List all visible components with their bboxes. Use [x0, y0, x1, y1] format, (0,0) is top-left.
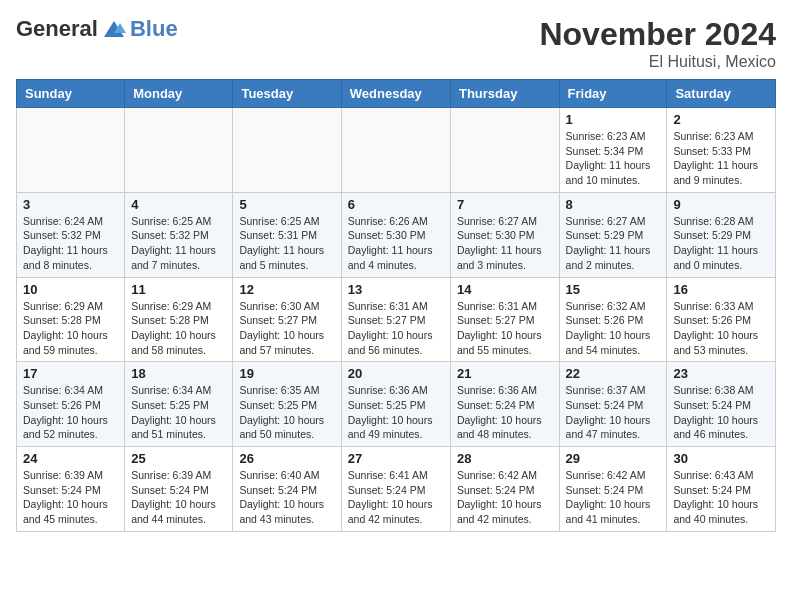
day-number: 26: [239, 451, 334, 466]
day-info: Sunrise: 6:27 AM Sunset: 5:29 PM Dayligh…: [566, 214, 661, 273]
calendar-table: SundayMondayTuesdayWednesdayThursdayFrid…: [16, 79, 776, 532]
day-number: 29: [566, 451, 661, 466]
calendar-day-cell: [341, 108, 450, 193]
calendar-day-cell: 7Sunrise: 6:27 AM Sunset: 5:30 PM Daylig…: [450, 192, 559, 277]
day-info: Sunrise: 6:29 AM Sunset: 5:28 PM Dayligh…: [23, 299, 118, 358]
calendar-week-row: 3Sunrise: 6:24 AM Sunset: 5:32 PM Daylig…: [17, 192, 776, 277]
calendar-day-header: Monday: [125, 80, 233, 108]
day-number: 5: [239, 197, 334, 212]
calendar-day-header: Friday: [559, 80, 667, 108]
calendar-day-cell: 28Sunrise: 6:42 AM Sunset: 5:24 PM Dayli…: [450, 447, 559, 532]
day-info: Sunrise: 6:39 AM Sunset: 5:24 PM Dayligh…: [131, 468, 226, 527]
calendar-day-cell: 3Sunrise: 6:24 AM Sunset: 5:32 PM Daylig…: [17, 192, 125, 277]
calendar-day-cell: 14Sunrise: 6:31 AM Sunset: 5:27 PM Dayli…: [450, 277, 559, 362]
day-number: 22: [566, 366, 661, 381]
calendar-day-cell: [450, 108, 559, 193]
calendar-day-header: Tuesday: [233, 80, 341, 108]
day-number: 10: [23, 282, 118, 297]
calendar-day-cell: 29Sunrise: 6:42 AM Sunset: 5:24 PM Dayli…: [559, 447, 667, 532]
calendar-day-cell: 8Sunrise: 6:27 AM Sunset: 5:29 PM Daylig…: [559, 192, 667, 277]
day-number: 19: [239, 366, 334, 381]
calendar-day-header: Saturday: [667, 80, 776, 108]
day-number: 21: [457, 366, 553, 381]
day-number: 25: [131, 451, 226, 466]
calendar-day-cell: 30Sunrise: 6:43 AM Sunset: 5:24 PM Dayli…: [667, 447, 776, 532]
day-info: Sunrise: 6:42 AM Sunset: 5:24 PM Dayligh…: [457, 468, 553, 527]
day-number: 27: [348, 451, 444, 466]
calendar-week-row: 1Sunrise: 6:23 AM Sunset: 5:34 PM Daylig…: [17, 108, 776, 193]
day-number: 13: [348, 282, 444, 297]
day-info: Sunrise: 6:24 AM Sunset: 5:32 PM Dayligh…: [23, 214, 118, 273]
logo-blue-text: Blue: [130, 16, 178, 42]
day-info: Sunrise: 6:28 AM Sunset: 5:29 PM Dayligh…: [673, 214, 769, 273]
calendar-day-cell: 6Sunrise: 6:26 AM Sunset: 5:30 PM Daylig…: [341, 192, 450, 277]
calendar-day-cell: 21Sunrise: 6:36 AM Sunset: 5:24 PM Dayli…: [450, 362, 559, 447]
day-info: Sunrise: 6:32 AM Sunset: 5:26 PM Dayligh…: [566, 299, 661, 358]
calendar-day-cell: 1Sunrise: 6:23 AM Sunset: 5:34 PM Daylig…: [559, 108, 667, 193]
day-number: 11: [131, 282, 226, 297]
calendar-day-header: Thursday: [450, 80, 559, 108]
page-header: General Blue November 2024 El Huitusi, M…: [16, 16, 776, 71]
day-info: Sunrise: 6:36 AM Sunset: 5:24 PM Dayligh…: [457, 383, 553, 442]
day-info: Sunrise: 6:34 AM Sunset: 5:26 PM Dayligh…: [23, 383, 118, 442]
calendar-day-cell: 16Sunrise: 6:33 AM Sunset: 5:26 PM Dayli…: [667, 277, 776, 362]
day-info: Sunrise: 6:26 AM Sunset: 5:30 PM Dayligh…: [348, 214, 444, 273]
calendar-week-row: 24Sunrise: 6:39 AM Sunset: 5:24 PM Dayli…: [17, 447, 776, 532]
day-info: Sunrise: 6:31 AM Sunset: 5:27 PM Dayligh…: [457, 299, 553, 358]
logo-icon: [100, 19, 128, 39]
day-number: 23: [673, 366, 769, 381]
calendar-week-row: 10Sunrise: 6:29 AM Sunset: 5:28 PM Dayli…: [17, 277, 776, 362]
logo: General Blue: [16, 16, 178, 42]
calendar-day-cell: 15Sunrise: 6:32 AM Sunset: 5:26 PM Dayli…: [559, 277, 667, 362]
day-info: Sunrise: 6:29 AM Sunset: 5:28 PM Dayligh…: [131, 299, 226, 358]
day-info: Sunrise: 6:25 AM Sunset: 5:31 PM Dayligh…: [239, 214, 334, 273]
day-number: 14: [457, 282, 553, 297]
calendar-day-cell: 5Sunrise: 6:25 AM Sunset: 5:31 PM Daylig…: [233, 192, 341, 277]
calendar-day-cell: 10Sunrise: 6:29 AM Sunset: 5:28 PM Dayli…: [17, 277, 125, 362]
day-info: Sunrise: 6:39 AM Sunset: 5:24 PM Dayligh…: [23, 468, 118, 527]
day-number: 9: [673, 197, 769, 212]
calendar-day-cell: [17, 108, 125, 193]
day-info: Sunrise: 6:27 AM Sunset: 5:30 PM Dayligh…: [457, 214, 553, 273]
day-number: 7: [457, 197, 553, 212]
calendar-day-cell: 9Sunrise: 6:28 AM Sunset: 5:29 PM Daylig…: [667, 192, 776, 277]
day-info: Sunrise: 6:31 AM Sunset: 5:27 PM Dayligh…: [348, 299, 444, 358]
calendar-day-header: Sunday: [17, 80, 125, 108]
day-number: 18: [131, 366, 226, 381]
day-info: Sunrise: 6:40 AM Sunset: 5:24 PM Dayligh…: [239, 468, 334, 527]
day-info: Sunrise: 6:23 AM Sunset: 5:33 PM Dayligh…: [673, 129, 769, 188]
day-info: Sunrise: 6:33 AM Sunset: 5:26 PM Dayligh…: [673, 299, 769, 358]
day-number: 30: [673, 451, 769, 466]
day-number: 1: [566, 112, 661, 127]
day-info: Sunrise: 6:35 AM Sunset: 5:25 PM Dayligh…: [239, 383, 334, 442]
day-number: 4: [131, 197, 226, 212]
day-info: Sunrise: 6:25 AM Sunset: 5:32 PM Dayligh…: [131, 214, 226, 273]
calendar-day-cell: 2Sunrise: 6:23 AM Sunset: 5:33 PM Daylig…: [667, 108, 776, 193]
calendar-day-cell: [125, 108, 233, 193]
calendar-day-cell: 20Sunrise: 6:36 AM Sunset: 5:25 PM Dayli…: [341, 362, 450, 447]
day-number: 16: [673, 282, 769, 297]
calendar-day-header: Wednesday: [341, 80, 450, 108]
day-number: 12: [239, 282, 334, 297]
day-number: 2: [673, 112, 769, 127]
day-info: Sunrise: 6:42 AM Sunset: 5:24 PM Dayligh…: [566, 468, 661, 527]
day-info: Sunrise: 6:38 AM Sunset: 5:24 PM Dayligh…: [673, 383, 769, 442]
calendar-week-row: 17Sunrise: 6:34 AM Sunset: 5:26 PM Dayli…: [17, 362, 776, 447]
calendar-day-cell: 24Sunrise: 6:39 AM Sunset: 5:24 PM Dayli…: [17, 447, 125, 532]
calendar-day-cell: 17Sunrise: 6:34 AM Sunset: 5:26 PM Dayli…: [17, 362, 125, 447]
day-number: 6: [348, 197, 444, 212]
location: El Huitusi, Mexico: [539, 53, 776, 71]
logo-general-text: General: [16, 16, 98, 42]
day-number: 28: [457, 451, 553, 466]
day-number: 8: [566, 197, 661, 212]
calendar-day-cell: 27Sunrise: 6:41 AM Sunset: 5:24 PM Dayli…: [341, 447, 450, 532]
day-number: 3: [23, 197, 118, 212]
calendar-header-row: SundayMondayTuesdayWednesdayThursdayFrid…: [17, 80, 776, 108]
day-number: 17: [23, 366, 118, 381]
day-info: Sunrise: 6:23 AM Sunset: 5:34 PM Dayligh…: [566, 129, 661, 188]
day-number: 20: [348, 366, 444, 381]
day-number: 15: [566, 282, 661, 297]
day-info: Sunrise: 6:37 AM Sunset: 5:24 PM Dayligh…: [566, 383, 661, 442]
calendar-day-cell: 25Sunrise: 6:39 AM Sunset: 5:24 PM Dayli…: [125, 447, 233, 532]
day-info: Sunrise: 6:36 AM Sunset: 5:25 PM Dayligh…: [348, 383, 444, 442]
